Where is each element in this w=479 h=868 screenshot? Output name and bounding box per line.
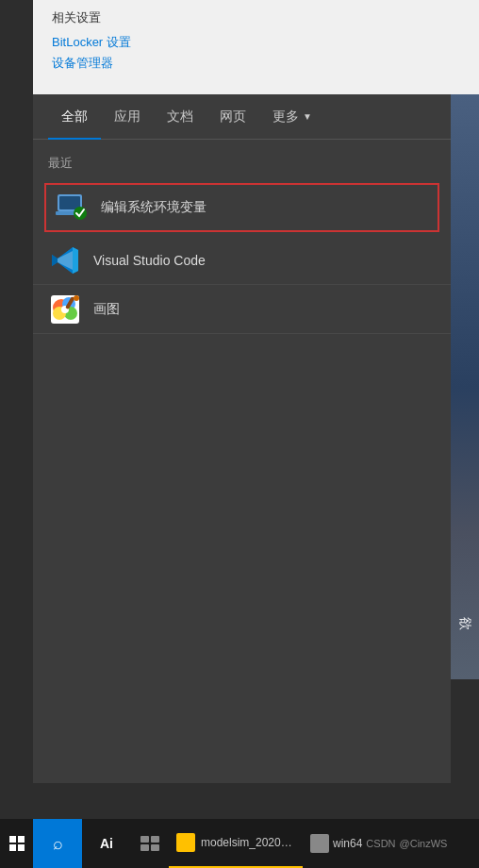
chevron-down-icon: ▼ — [303, 111, 312, 122]
taskbar: ⌕ Ai modelsim_2020_4_... win64 CSDN @Cin… — [0, 819, 479, 868]
taskbar-item-modelsim[interactable]: modelsim_2020_4_... — [169, 819, 303, 868]
at-cinzws-label: @CinzWS — [400, 838, 448, 849]
related-settings-panel: 相关设置 BitLocker 设置 设备管理器 — [33, 0, 479, 94]
svg-rect-18 — [140, 844, 149, 851]
result-item-env-vars[interactable]: 编辑系统环境变量 — [44, 183, 439, 232]
recent-section-label: 最近 — [33, 140, 451, 179]
tabs-row: 全部 应用 文档 网页 更多 ▼ — [33, 94, 451, 140]
csdn-label: CSDN — [366, 838, 395, 849]
paint-icon — [48, 292, 82, 326]
svg-marker-6 — [52, 255, 58, 266]
bitlocker-link[interactable]: BitLocker 设置 — [52, 34, 460, 51]
taskbar-search-icon: ⌕ — [53, 834, 63, 854]
svg-rect-16 — [140, 836, 149, 843]
task-view-icon — [140, 836, 159, 851]
task-view-button[interactable] — [131, 819, 169, 868]
search-panel: 全部 应用 文档 网页 更多 ▼ 最近 — [33, 94, 451, 783]
win64-label: win64 — [333, 837, 362, 850]
svg-rect-17 — [151, 836, 159, 843]
windows-icon — [9, 836, 25, 851]
strip-text: 欲 — [456, 617, 473, 630]
vscode-icon — [48, 243, 82, 277]
svg-rect-19 — [151, 844, 159, 851]
modelsim-icon — [176, 833, 195, 852]
ai-badge[interactable]: Ai — [82, 819, 131, 868]
related-settings-title: 相关设置 — [52, 9, 460, 26]
tab-docs[interactable]: 文档 — [154, 94, 206, 140]
tab-all[interactable]: 全部 — [48, 94, 101, 140]
svg-point-15 — [74, 295, 79, 301]
right-image-strip: 欲 — [451, 94, 479, 679]
start-button[interactable] — [0, 819, 33, 868]
taskbar-item-win64[interactable]: win64 CSDN @CinzWS — [303, 819, 454, 868]
result-item-paint[interactable]: 画图 — [33, 285, 451, 334]
tab-apps[interactable]: 应用 — [101, 94, 154, 140]
paint-label: 画图 — [93, 301, 120, 318]
env-vars-icon — [56, 191, 90, 225]
modelsim-label: modelsim_2020_4_... — [201, 836, 295, 849]
tab-web[interactable]: 网页 — [206, 94, 259, 140]
svg-marker-5 — [73, 247, 78, 274]
result-item-vscode[interactable]: Visual Studio Code — [33, 236, 451, 285]
win64-icon — [310, 834, 329, 853]
empty-space — [33, 334, 451, 711]
ai-badge-text: Ai — [100, 836, 113, 851]
taskbar-search-button[interactable]: ⌕ — [33, 819, 82, 868]
vscode-label: Visual Studio Code — [93, 253, 206, 268]
device-manager-link[interactable]: 设备管理器 — [52, 55, 460, 72]
tab-more[interactable]: 更多 ▼ — [259, 94, 325, 140]
env-vars-label: 编辑系统环境变量 — [101, 199, 206, 216]
